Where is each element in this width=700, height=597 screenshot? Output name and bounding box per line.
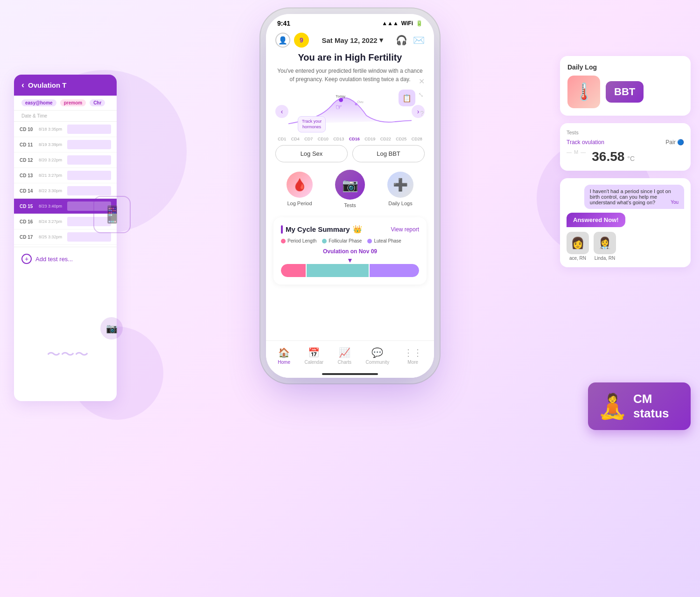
mail-icon[interactable]: ✉️: [413, 35, 425, 46]
fertility-title: You are in High Fertility: [275, 52, 425, 63]
column-headers: Date & Time: [14, 111, 117, 122]
cd-label: CD 11: [20, 142, 36, 147]
brand-chr[interactable]: Chr: [90, 99, 105, 106]
dropdown-arrow: ▾: [379, 36, 383, 44]
follicular-legend-label: Follicular Phase: [329, 238, 362, 243]
cm-status-card[interactable]: 🧘 CM status: [588, 382, 691, 430]
test-row[interactable]: CD 13 8/21 3:27pm: [14, 168, 117, 183]
bbt-display: — M — 36.58 °C: [567, 149, 684, 164]
nurse1-avatar: 👩: [567, 232, 589, 254]
log-period-action[interactable]: 🩸 Log Period: [287, 172, 313, 206]
status-time: 9:41: [277, 20, 290, 27]
more-label: More: [407, 360, 418, 365]
chart-labels: CD1 CD4 CD7 CD10 CD13 CD16 CD19 CD22 CD2…: [275, 137, 425, 141]
profile-button[interactable]: 👤: [275, 33, 290, 48]
badge-button[interactable]: 9: [294, 33, 309, 48]
bbt-badge: BBT: [606, 81, 644, 103]
date-label: 8/18 3:35pm: [39, 127, 64, 132]
chat-text: I haven't had a period since I got on bi…: [590, 188, 671, 205]
cd-label: CD 16: [20, 219, 36, 224]
signal-icon: ▲▲▲: [382, 20, 399, 27]
left-panel-title: Ovulation T: [28, 81, 67, 89]
chart-label-cd4: CD4: [291, 137, 300, 141]
fertility-description: You've entered your predicted fertile wi…: [275, 67, 425, 83]
nurse2-container: 👩‍⚕️ Linda, RN: [594, 232, 616, 261]
daily-logs-label: Daily Logs: [388, 201, 412, 206]
chart-prev-button[interactable]: ‹: [275, 105, 288, 118]
pair-bluetooth[interactable]: Pair 🔵: [665, 139, 684, 146]
test-strip: [67, 186, 111, 195]
date-selector[interactable]: Sat May 12, 2022 ▾: [322, 36, 383, 44]
legend-follicular: Follicular Phase: [322, 238, 362, 243]
bbt-unit: °C: [627, 155, 635, 162]
answered-text: Answered Now!: [567, 213, 625, 227]
daily-log-title: Daily Log: [567, 63, 683, 71]
legend-luteal: Luteal Phase: [367, 238, 401, 243]
nurse1-container: 👩 ace, RN: [567, 232, 589, 261]
luteal-dot: [367, 239, 372, 243]
hormone-chart-container: ‹ Today: [275, 88, 425, 141]
phone-mockup: 9:41 ▲▲▲ WiFi 🔋 👤 9 Sat May 12, 2022 ▾ 🎧: [266, 14, 434, 378]
nav-tab-more[interactable]: ⋮⋮ More: [404, 347, 422, 365]
wave-decoration: 〜〜〜: [47, 345, 89, 364]
cd-label: CD 15: [20, 204, 36, 209]
date-label: 8/24 3:27pm: [39, 219, 64, 224]
brand-premom[interactable]: premom: [60, 99, 86, 106]
help-chart-button[interactable]: ?: [420, 110, 424, 117]
cycle-summary-card: My Cycle Summary 👑 View report Period Le…: [273, 217, 427, 285]
nurse2-name: Linda, RN: [594, 256, 616, 261]
resize-chart-button[interactable]: ⤡: [418, 91, 424, 98]
date-label: 8/25 3:32pm: [39, 235, 64, 239]
log-bbt-button[interactable]: Log BBT: [352, 145, 425, 162]
cycle-legend: Period Length Follicular Phase Luteal Ph…: [281, 238, 419, 243]
chart-label-cd19: CD19: [364, 137, 375, 141]
svg-text:Ovu: Ovu: [357, 100, 364, 104]
close-chart-button[interactable]: ✕: [419, 77, 425, 86]
daily-log-content: 🌡️ BBT: [567, 76, 683, 108]
cycle-title-row: My Cycle Summary 👑 View report: [281, 225, 419, 234]
daily-logs-action[interactable]: ➕ Daily Logs: [387, 172, 413, 206]
daily-logs-icon: ➕: [387, 172, 413, 198]
nav-right: 🎧 ✉️: [396, 35, 425, 46]
date-label: 8/23 3:40pm: [39, 204, 64, 208]
tests-action[interactable]: 📷 Tests: [335, 170, 365, 208]
headset-icon[interactable]: 🎧: [396, 35, 407, 46]
chart-label-cd1: CD1: [278, 137, 286, 141]
add-test-button[interactable]: + Add test res...: [14, 247, 117, 271]
chart-label-cd22: CD22: [380, 137, 391, 141]
home-label: Home: [278, 360, 290, 365]
brand-easy[interactable]: easy@home: [21, 99, 56, 106]
chat-card: I haven't had a period since I got on bi…: [560, 178, 691, 267]
track-ovulation-link[interactable]: Track ovulation: [567, 139, 604, 146]
view-report-link[interactable]: View report: [391, 226, 419, 233]
nav-tab-charts[interactable]: 📈 Charts: [338, 347, 351, 365]
left-panel-header: ‹ Ovulation T: [14, 75, 117, 96]
bbt-temperature: 36.58: [592, 149, 624, 164]
bbt-device-icon: 🌡️: [567, 76, 600, 108]
nav-tab-calendar[interactable]: 📅 Calendar: [304, 347, 323, 365]
bbt-temp-card: Tests Track ovulation Pair 🔵 — M — 36.58…: [560, 123, 691, 171]
chat-message: I haven't had a period since I got on bi…: [584, 185, 684, 209]
nav-tab-community[interactable]: 💬 Community: [366, 347, 390, 365]
test-row[interactable]: CD 10 8/18 3:35pm: [14, 122, 117, 137]
phone-screen: 9:41 ▲▲▲ WiFi 🔋 👤 9 Sat May 12, 2022 ▾ 🎧: [266, 14, 434, 378]
nurse2-avatar: 👩‍⚕️: [594, 232, 616, 254]
cycle-summary-label: My Cycle Summary: [286, 225, 350, 233]
back-button[interactable]: ‹: [21, 80, 24, 90]
home-bar-indicator: [322, 373, 378, 375]
track-hormones-label[interactable]: Track yourhormones: [298, 116, 326, 132]
community-label: Community: [366, 360, 390, 365]
chart-label-cd10: CD10: [318, 137, 329, 141]
top-nav: 👤 9 Sat May 12, 2022 ▾ 🎧 ✉️: [266, 30, 434, 52]
date-label: 8/21 3:27pm: [39, 173, 64, 178]
test-row[interactable]: CD 11 8/19 3:39pm: [14, 137, 117, 153]
nurse1-name: ace, RN: [567, 256, 589, 261]
follicular-bar: [307, 264, 369, 277]
tests-section-label: Tests: [567, 130, 579, 135]
nav-tab-home[interactable]: 🏠 Home: [278, 347, 290, 365]
log-sex-button[interactable]: Log Sex: [275, 145, 348, 162]
cm-person-icon: 🧘: [597, 392, 628, 421]
test-row[interactable]: CD 12 8/20 3:22pm: [14, 153, 117, 168]
status-icons: ▲▲▲ WiFi 🔋: [382, 20, 423, 27]
cycle-progress-bars: [281, 264, 419, 277]
